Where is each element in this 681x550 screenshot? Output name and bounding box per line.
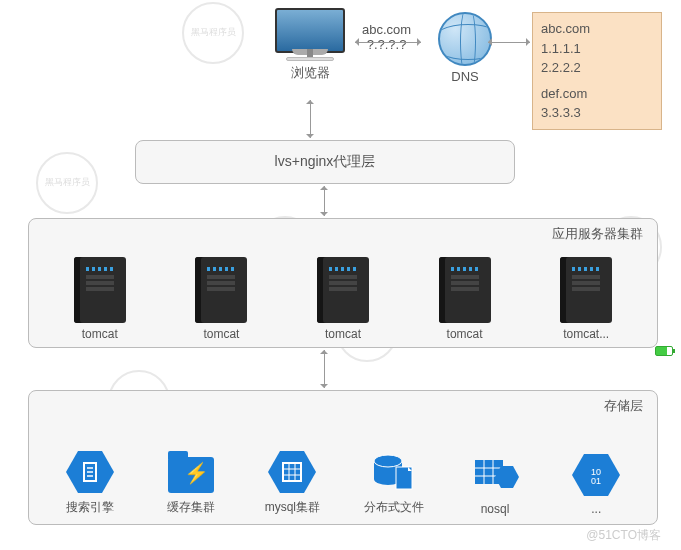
- server-icon: [195, 257, 247, 323]
- request-domain: abc.com: [362, 22, 411, 37]
- app-cluster: 应用服务器集群 tomcat tomcat tomcat tomcat tomc…: [28, 218, 658, 348]
- folder-bolt-icon: ⚡: [168, 457, 214, 493]
- storage-label: ...: [551, 502, 641, 516]
- server-label: tomcat: [171, 327, 271, 341]
- watermark-logo: 黑马程序员: [36, 152, 98, 214]
- dns-label: DNS: [420, 69, 510, 84]
- request-ip: ?.?.?.?: [362, 37, 411, 52]
- browser-node: 浏览器: [265, 8, 355, 82]
- app-cluster-title: 应用服务器集群: [552, 225, 643, 243]
- storage-cluster-title: 存储层: [604, 397, 643, 415]
- storage-label: 分布式文件: [349, 499, 439, 516]
- hex-table-icon: [471, 454, 519, 496]
- dns-record-ip-1a: 1.1.1.1: [541, 39, 653, 59]
- server-label: tomcat: [415, 327, 515, 341]
- storage-cluster: 存储层 搜索引擎 ⚡ 缓存集群 mysql集群 分布式文件 nosql 1001…: [28, 390, 658, 525]
- dns-record-ip-2a: 3.3.3.3: [541, 103, 653, 123]
- storage-label: 缓存集群: [146, 499, 236, 516]
- storage-mysql: mysql集群: [247, 451, 337, 516]
- arrow-proxy-app: [324, 186, 325, 216]
- arrow-browser-dns: [355, 42, 421, 43]
- monitor-stand: [292, 49, 328, 55]
- storage-dfs: 分布式文件: [349, 449, 439, 516]
- proxy-layer: lvs+nginx代理层: [135, 140, 515, 184]
- hex-binary-icon: 1001: [572, 454, 620, 496]
- database-file-icon: [372, 453, 416, 493]
- server-icon: [317, 257, 369, 323]
- request-text: abc.com ?.?.?.?: [362, 22, 411, 52]
- browser-label: 浏览器: [265, 64, 355, 82]
- top-row: 浏览器 abc.com ?.?.?.? DNS abc.com 1.1.1.1 …: [0, 8, 681, 118]
- dns-record-domain-1: abc.com: [541, 19, 653, 39]
- storage-label: 搜索引擎: [45, 499, 135, 516]
- arrow-app-storage: [324, 350, 325, 388]
- hex-doc-icon: [66, 451, 114, 493]
- storage-label: nosql: [450, 502, 540, 516]
- dns-record-domain-2: def.com: [541, 84, 653, 104]
- keyboard-icon: [286, 57, 334, 61]
- server-icon: [439, 257, 491, 323]
- server-label: tomcat...: [536, 327, 636, 341]
- storage-search: 搜索引擎: [45, 451, 135, 516]
- dns-record-ip-1b: 2.2.2.2: [541, 58, 653, 78]
- footer-watermark: @51CTO博客: [586, 527, 661, 544]
- server-node: tomcat: [50, 257, 150, 341]
- dns-records-box: abc.com 1.1.1.1 2.2.2.2 def.com 3.3.3.3: [532, 12, 662, 130]
- server-icon: [560, 257, 612, 323]
- storage-nosql: nosql: [450, 454, 540, 516]
- server-label: tomcat: [50, 327, 150, 341]
- storage-cache: ⚡ 缓存集群: [146, 451, 236, 516]
- storage-row: 搜索引擎 ⚡ 缓存集群 mysql集群 分布式文件 nosql 1001 ...: [29, 391, 657, 524]
- svg-marker-5: [268, 451, 316, 493]
- server-node: tomcat: [171, 257, 271, 341]
- svg-text:01: 01: [591, 476, 601, 486]
- server-node: tomcat: [415, 257, 515, 341]
- server-node: tomcat...: [536, 257, 636, 341]
- proxy-label: lvs+nginx代理层: [275, 153, 376, 171]
- monitor-icon: [275, 8, 345, 53]
- server-label: tomcat: [293, 327, 393, 341]
- server-icon: [74, 257, 126, 323]
- storage-label: mysql集群: [247, 499, 337, 516]
- arrow-dns-records: [488, 42, 530, 43]
- battery-icon: [655, 346, 673, 356]
- arrow-browser-proxy: [310, 100, 311, 138]
- storage-more: 1001 ...: [551, 454, 641, 516]
- dns-node: DNS: [420, 8, 510, 84]
- server-node: tomcat: [293, 257, 393, 341]
- hex-grid-icon: [268, 451, 316, 493]
